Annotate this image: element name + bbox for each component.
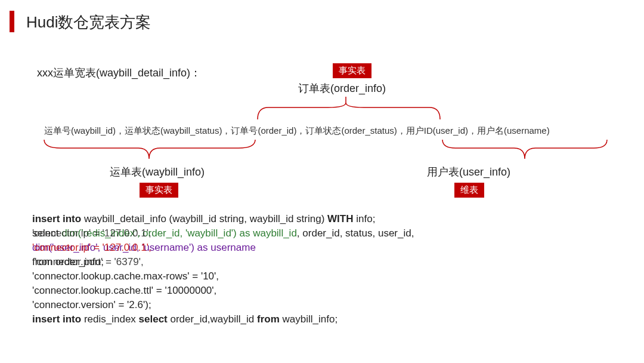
badge-dim-right: 维表 xyxy=(454,183,484,198)
label-order-info: 订单表(order_info) xyxy=(298,81,386,96)
label-user-info: 用户表(user_info) xyxy=(427,165,510,179)
kw-insert2: insert into xyxy=(32,313,81,325)
kw-select: select xyxy=(139,313,168,325)
code-overlay: 'connector.ip' = '127.0.0.1', xyxy=(32,227,151,239)
code-text: redis_index xyxy=(81,313,138,325)
kw-with: WITH xyxy=(327,213,353,224)
brace-left xyxy=(43,137,258,165)
code-text: 'connector.version' = '2.6'); xyxy=(32,299,151,310)
code-red: 'connector.ip' = '127.0.0.1', xyxy=(32,242,151,253)
brace-right xyxy=(441,137,608,165)
code-text: 'connector.lookup.cache.max-rows' = '10'… xyxy=(32,270,219,282)
badge-fact-top: 事实表 xyxy=(333,63,371,78)
label-waybill-info: 运单表(waybill_info) xyxy=(110,165,205,179)
kw-insert: insert into xyxy=(32,213,81,224)
code-text: waybill_detail_info (waybill_id string, … xyxy=(81,213,327,224)
code-text: waybill_info; xyxy=(280,313,338,325)
code-text: order_id,waybill_id xyxy=(168,313,257,325)
brace-top xyxy=(256,96,441,125)
code-text: 'connector.port' = '6379', xyxy=(35,256,144,267)
field-list: 运单号(waybill_id)，运单状态(waybill_status)，订单号… xyxy=(44,125,550,137)
code-text: , order_id, status, user_id, xyxy=(297,227,414,239)
intro-text: xxx运单宽表(waybill_detail_info)： xyxy=(37,66,201,80)
badge-fact-left: 事实表 xyxy=(140,183,178,198)
code-text: 'connector.lookup.cache.ttl' = '10000000… xyxy=(32,285,216,296)
kw-from: from xyxy=(257,313,280,325)
code-text: info; xyxy=(354,213,376,224)
accent-bar xyxy=(10,11,14,32)
page-title: Hudi数仓宽表方案 xyxy=(26,12,151,33)
